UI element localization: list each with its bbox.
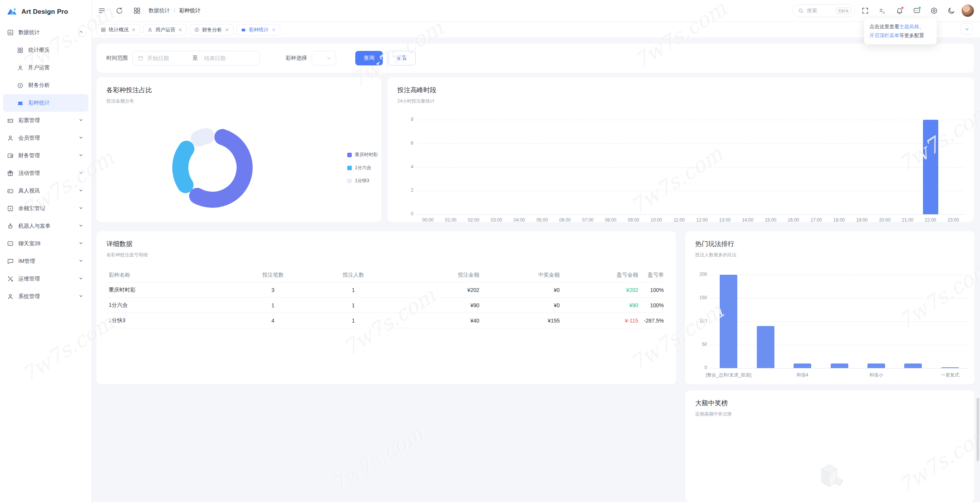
card-subtitle: 各彩种投注盈亏明细 (106, 252, 666, 258)
big-win-card: 大额中奖榜 近期高额中奖记录 (685, 390, 974, 502)
query-button[interactable]: 查询 (355, 51, 383, 65)
collapse-menu-button[interactable] (95, 4, 109, 18)
y-axis-label: 2 (400, 187, 413, 193)
start-date-input[interactable] (147, 55, 187, 62)
table-cell: 3 (233, 287, 313, 293)
settings-button[interactable] (927, 4, 941, 18)
tooltip-text: 点击这里查看 (869, 24, 899, 29)
reset-button[interactable]: 重置 (388, 51, 416, 65)
sidebar-group-10[interactable]: 运维管理 (0, 270, 91, 288)
sidebar-group-3[interactable]: 财务管理 (0, 147, 91, 165)
watermark-text: 7w7s.com (327, 421, 428, 499)
chevron-down-icon (78, 205, 84, 212)
legend-item-1[interactable]: 1分六合 (347, 165, 371, 171)
date-to-label: 至 (190, 55, 200, 62)
notifications-button[interactable] (893, 4, 906, 18)
breadcrumb-separator: / (174, 8, 175, 14)
close-icon[interactable] (178, 28, 183, 32)
apps-grid-button[interactable] (130, 4, 144, 18)
sidebar-item-3[interactable]: 彩种统计 (3, 94, 88, 112)
tab-2[interactable]: 财务分析 (190, 24, 234, 36)
column-header: 彩种名称 (106, 272, 233, 279)
hot-plays-bar-chart: 050100150200[整合_总和/龙虎_双面]和值4和值小一星复式 (685, 231, 974, 384)
table-row: 1分六合11¥90¥0¥90100% (106, 298, 666, 313)
theme-style-link[interactable]: 主题风格 (899, 24, 919, 29)
fullscreen-button[interactable] (858, 4, 872, 18)
close-icon[interactable] (271, 28, 276, 32)
scrollbar-thumb[interactable] (977, 398, 979, 461)
close-icon[interactable] (225, 28, 229, 32)
chevron-down-icon (78, 117, 84, 124)
lottery-select-label: 彩种选择 (286, 55, 307, 62)
message-badge (918, 7, 921, 9)
gridline (710, 298, 969, 298)
date-range-picker[interactable]: 至 (132, 51, 260, 65)
tabs-more-button[interactable] (960, 23, 973, 35)
gridline (416, 167, 965, 168)
sidebar-item-0[interactable]: 统计概况 (0, 41, 91, 59)
avatar[interactable] (962, 5, 974, 17)
legend-swatch (347, 153, 352, 157)
tab-1[interactable]: 用户运营 (143, 24, 187, 36)
sidebar-item-1[interactable]: 用户运营 (0, 59, 91, 77)
y-axis-label: 100 (693, 318, 707, 324)
sidebar-group-8[interactable]: 聊天室28 (0, 235, 91, 253)
breadcrumb-current: 彩种统计 (179, 7, 201, 14)
sidebar-group-11[interactable]: 系统管理 (0, 288, 91, 305)
dark-mode-button[interactable] (944, 4, 958, 18)
gridline (710, 275, 969, 275)
legend-swatch (347, 166, 352, 170)
table-cell: ¥90 (562, 302, 640, 308)
end-date-input[interactable] (203, 55, 244, 62)
search-input[interactable]: 搜索 Ctrl k (793, 4, 855, 17)
sidebar-group-6[interactable]: 余额宝管理 (0, 200, 91, 217)
legend-swatch (347, 179, 352, 183)
sidebar-group-5[interactable]: 真人视讯 (0, 182, 91, 200)
close-icon[interactable] (131, 28, 136, 32)
chevron-down-icon (78, 275, 84, 282)
gridline (416, 214, 965, 215)
search-icon (798, 8, 804, 14)
chevron-down-icon (78, 223, 84, 230)
y-axis-label: 6 (400, 140, 413, 146)
card-subtitle: 投注金额分布 (106, 98, 371, 104)
sidebar-group-4[interactable]: 活动管理 (0, 165, 91, 182)
y-axis-label: 50 (693, 342, 707, 347)
logo-icon (6, 6, 18, 18)
logo[interactable]: Art Design Pro (0, 0, 91, 24)
legend-item-0[interactable]: 重庆时时彩 (347, 152, 378, 158)
table-header-row: 彩种名称投注笔数投注人数投注金额中奖金额盈亏金额盈亏率 (106, 268, 666, 282)
tab-0[interactable]: 统计概况 (96, 24, 140, 36)
x-axis-label: 一星复式 (916, 372, 980, 378)
bar (867, 363, 885, 368)
column-header: 投注金额 (394, 272, 482, 279)
messages-button[interactable] (910, 4, 924, 18)
breadcrumb-parent[interactable]: 数据统计 (149, 7, 170, 14)
search-placeholder: 搜索 (807, 7, 832, 14)
language-button[interactable] (875, 4, 889, 18)
y-axis-label: 8 (400, 117, 413, 122)
sidebar-group-7[interactable]: 机器人与发单 (0, 217, 91, 235)
card-title: 详细数据 (106, 240, 666, 248)
sidebar-group-0[interactable]: 数据统计 (0, 24, 91, 41)
tab-3[interactable]: 彩种统计 (237, 24, 280, 36)
table-cell: 1分六合 (106, 302, 233, 309)
table-cell: ¥202 (394, 287, 482, 293)
legend-item-2[interactable]: 1分快3 (347, 178, 369, 184)
sidebar-group-2[interactable]: 会员管理 (0, 129, 91, 147)
sidebar-group-1[interactable]: 彩票管理 (0, 112, 91, 129)
refresh-button[interactable] (113, 4, 126, 18)
table-cell: 100% (640, 302, 666, 308)
card-title: 大额中奖榜 (695, 399, 964, 407)
lottery-select[interactable] (312, 51, 336, 65)
top-menu-link[interactable]: 开启顶栏菜单 (869, 33, 899, 38)
chevron-down-icon (78, 152, 84, 159)
gridline (710, 321, 969, 322)
bar (794, 363, 811, 368)
notification-badge (901, 7, 904, 9)
table-cell: ¥40 (394, 318, 482, 324)
sidebar-group-9[interactable]: IM管理 (0, 253, 91, 270)
chevron-up-icon (78, 29, 84, 36)
gridline (416, 120, 965, 120)
sidebar-item-2[interactable]: 财务分析 (0, 77, 91, 94)
